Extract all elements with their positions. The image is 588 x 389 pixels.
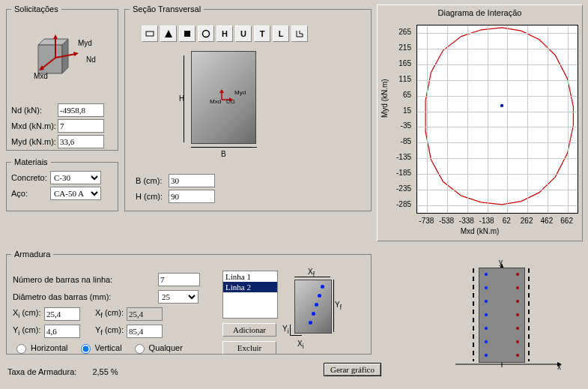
secao-legend: Seção Transversal: [130, 4, 204, 13]
x-tick: 662: [557, 217, 578, 225]
y-tick: 165: [386, 59, 411, 67]
solicitacoes-panel: Solicitações Myd Nd Mxd Nd (kN): Mxd (kN…: [6, 4, 118, 151]
cube-myd-label: Myd: [78, 39, 92, 47]
solicitacoes-legend: Solicitações: [11, 4, 61, 13]
x-axis-label: Mxd (kN.m): [378, 227, 582, 235]
linhas-listbox[interactable]: Linha 1 Linha 2: [222, 271, 278, 319]
yf-input[interactable]: [127, 325, 163, 338]
x-tick: 62: [496, 217, 517, 225]
list-item[interactable]: Linha 2: [223, 282, 277, 292]
shape-triangle-icon[interactable]: [160, 25, 177, 42]
svg-rect-11: [184, 31, 190, 37]
excluir-button[interactable]: Excluir: [222, 341, 276, 355]
solicitacoes-cube: Myd Nd Mxd: [37, 34, 82, 78]
chart-plot-area: [416, 25, 578, 214]
adicionar-button[interactable]: Adicionar: [222, 323, 276, 337]
x-tick: 262: [516, 217, 537, 225]
svg-marker-4: [53, 34, 58, 39]
taxa-label: Taxa de Armadura:: [7, 367, 76, 376]
yi-label: Yi (cm):: [13, 325, 41, 337]
taxa-row: Taxa de Armadura: 2,55 %: [7, 367, 118, 376]
svg-point-17: [500, 104, 503, 107]
mxd-input[interactable]: [58, 119, 104, 133]
h-input[interactable]: [169, 190, 215, 203]
mxd-label: Mxd (kN.m):: [11, 121, 55, 130]
radio-horizontal[interactable]: Horizontal: [13, 342, 68, 354]
sketch-cg: CG: [226, 98, 235, 105]
materiais-legend: Materiais: [11, 157, 51, 166]
x-tick: -138: [476, 217, 497, 225]
svg-rect-9: [146, 31, 154, 36]
x-tick: -538: [436, 217, 457, 225]
shape-t-icon[interactable]: T: [254, 25, 270, 42]
armadura-sketch: Xf Yf Yi Xi: [287, 266, 343, 345]
xf-input[interactable]: [127, 307, 163, 321]
svg-marker-6: [73, 52, 79, 56]
y-tick: -135: [386, 153, 411, 161]
y-tick: 15: [386, 106, 411, 115]
armadura-legend: Armadura: [11, 250, 53, 259]
taxa-value: 2,55 %: [92, 367, 118, 376]
x-tick: -338: [456, 217, 477, 225]
aco-select[interactable]: CA-50 A: [50, 187, 101, 200]
y-tick: -235: [386, 184, 411, 193]
xi-input[interactable]: [44, 307, 80, 321]
gerar-grafico-button[interactable]: Gerar gráfico: [324, 363, 381, 376]
svg-point-12: [203, 31, 210, 37]
sketch-xi: Xi: [297, 340, 304, 350]
sketch-yf: Yf: [335, 301, 342, 311]
chart-panel: Diagrama de Interação Myd (kN.m) Mxd (kN…: [377, 4, 583, 241]
y-tick: -185: [386, 169, 411, 177]
myd-input[interactable]: [58, 135, 104, 148]
diametro-select[interactable]: 25: [158, 290, 198, 304]
armadura-panel: Armadura Número de barras na linha: Diâm…: [6, 250, 372, 355]
shape-h-icon[interactable]: H: [216, 25, 233, 42]
xi-label: Xi (cm):: [13, 308, 41, 319]
svg-marker-10: [165, 30, 172, 37]
rebar-section: [479, 268, 525, 363]
sketch-myd: Myd: [234, 89, 246, 96]
numero-input[interactable]: [158, 273, 200, 286]
yi-input[interactable]: [44, 325, 80, 338]
aco-label: Aço:: [11, 189, 47, 198]
rebar-layout-panel: y x: [445, 264, 565, 373]
secao-panel: Seção Transversal H U T L Myd Mxd CG H B…: [124, 4, 372, 211]
b-input[interactable]: [169, 174, 215, 187]
svg-marker-14: [219, 89, 224, 93]
shape-l-icon[interactable]: L: [273, 25, 289, 42]
cube-mxd-label: Mxd: [34, 72, 48, 80]
section-sketch: Myd Mxd CG: [191, 51, 256, 144]
materiais-panel: Materiais Concreto:C-30 Aço:CA-50 A: [6, 157, 118, 211]
x-tick: -738: [416, 217, 437, 225]
nd-label: Nd (kN):: [11, 106, 55, 115]
shape-toolbar: H U T L: [142, 25, 308, 42]
y-tick: 215: [386, 43, 411, 52]
radio-vertical[interactable]: Vertical: [77, 342, 122, 354]
shape-circle-icon[interactable]: [198, 25, 214, 42]
svg-marker-21: [557, 362, 562, 367]
sketch-yi: Yi: [282, 325, 289, 335]
nd-input[interactable]: [58, 103, 104, 117]
xf-label: Xf (cm):: [95, 308, 124, 319]
list-item[interactable]: Linha 1: [223, 271, 277, 282]
shape-square-icon[interactable]: [179, 25, 196, 42]
y-tick: -85: [386, 137, 411, 145]
numero-label: Número de barras na linha:: [13, 275, 155, 284]
y-tick: -35: [386, 121, 411, 130]
concreto-select[interactable]: C-30: [50, 171, 101, 184]
radio-qualquer[interactable]: Qualquer: [131, 342, 183, 354]
b-label: B (cm):: [136, 176, 166, 185]
shape-rect-icon[interactable]: [142, 25, 158, 42]
y-tick: 115: [386, 75, 411, 83]
yf-label: Yf (cm):: [95, 325, 124, 337]
h-label: H (cm):: [136, 192, 166, 201]
diametro-label: Diâmetro das barras (mm):: [13, 292, 155, 301]
chart-title: Diagrama de Interação: [378, 5, 582, 19]
y-tick: -285: [386, 200, 411, 208]
myd-label: Myd (kN.m):: [11, 137, 55, 146]
shape-angle-icon[interactable]: [291, 25, 308, 42]
y-tick: 265: [386, 28, 411, 36]
sketch-mxd: Mxd: [210, 98, 221, 105]
sketch-B: B: [221, 150, 226, 158]
shape-u-icon[interactable]: U: [235, 25, 252, 42]
